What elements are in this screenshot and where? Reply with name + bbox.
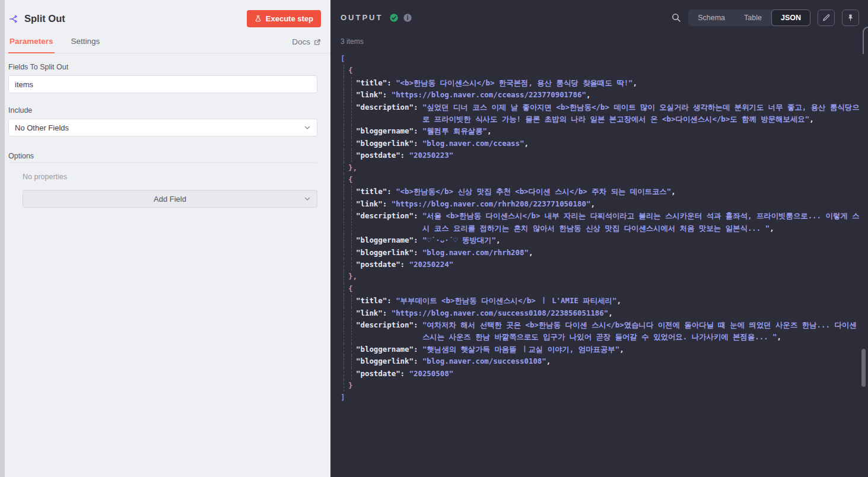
pencil-icon [822,14,831,22]
include-label: Include [8,106,317,115]
json-line: "description": "싶었던 디너 코스 이제 날 좋아지면 <b>한… [341,101,860,126]
success-check-icon [389,13,399,23]
json-line: { [341,65,860,77]
add-field-select[interactable]: Add Field [23,190,317,208]
json-line: "description": "서울 <b>한남동 다이센스시</b> 내부 자… [341,210,860,234]
pin-icon [847,14,854,22]
docs-label: Docs [292,37,310,46]
panel-edge-artifact [863,27,868,54]
json-line: "bloggername": "햇님샘의 햇살가득 마음뜰 ㅣ교실 이야기, 엄… [341,344,860,355]
node-settings-panel: Split Out Execute step Parameters Settin… [0,0,330,477]
tab-settings[interactable]: Settings [70,33,101,53]
include-select[interactable]: No Other Fields [8,119,317,136]
edit-output-button[interactable] [818,9,835,26]
tab-json[interactable]: JSON [771,9,810,26]
json-line: "title": "<b>한남동 다이센스시</b> 한국본점, 용산 룸식당 … [341,77,860,89]
json-line: "bloggername": "♡˙·ᴗ·˙♡ 똥방대기", [341,234,860,246]
output-scrollbar-thumb[interactable] [861,349,866,387]
json-tree[interactable]: [{"title": "<b>한남동 다이센스시</b> 한국본점, 용산 룸식… [330,53,868,416]
json-line: "title": "<b>한남동</b> 신상 맛집 추천 <b>다이센 스시<… [341,186,860,198]
json-line: }, [341,271,860,282]
json-line: "bloggername": "웰컴투 희유살롱", [341,125,860,137]
json-line: "link": "https://blog.naver.com/cceass/2… [341,89,860,101]
json-line: "link": "https://blog.naver.com/success0… [341,307,860,319]
json-line: "postdate": "20250508" [341,368,860,380]
json-line: { [341,174,860,186]
docs-link[interactable]: Docs [292,37,321,53]
info-icon[interactable] [403,13,412,23]
pin-data-button[interactable] [842,9,859,26]
node-tabs: Parameters Settings Docs [5,33,330,53]
json-line: "link": "https://blog.naver.com/rhrh208/… [341,198,860,210]
json-line: "bloggerlink": "blog.naver.com/success01… [341,355,860,367]
chevron-down-icon [304,124,311,131]
node-title: Split Out [24,13,65,24]
options-label: Options [8,152,317,160]
add-field-label: Add Field [154,195,186,203]
node-detail-view: Split Out Execute step Parameters Settin… [0,0,868,477]
output-title: OUTPUT [341,13,383,22]
options-divider [8,163,317,163]
fields-to-split-out-input[interactable] [8,75,317,93]
no-properties-text: No properties [23,173,317,181]
json-line: { [341,283,860,295]
json-line: "postdate": "20250223" [341,150,860,161]
fields-to-split-out-label: Fields To Split Out [8,63,317,71]
items-count: 3 items [341,37,858,46]
panel-scrollbar-track [0,0,5,477]
output-header: OUTPUT Schema Table JSON [341,9,859,26]
flask-icon [255,15,262,23]
include-selected-value: No Other Fields [15,123,69,132]
json-line: ] [341,392,860,403]
tab-table[interactable]: Table [735,9,771,26]
json-line: [ [341,53,860,65]
chevron-down-icon [304,195,311,204]
execute-step-button[interactable]: Execute step [247,10,321,27]
execute-step-label: Execute step [266,14,313,23]
search-icon[interactable] [671,12,681,23]
json-line: } [341,380,860,392]
json-line: "postdate": "20250224" [341,259,860,271]
tab-parameters[interactable]: Parameters [8,33,55,53]
json-line: "title": "부부데이트 <b>한남동 다이센스시</b> ㅣ L'AMI… [341,295,860,307]
json-line: "description": "여차저차 해서 선택한 곳은 <b>한남동 다이… [341,319,860,344]
json-line: "bloggerlink": "blog.naver.com/rhrh208", [341,247,860,259]
parameters-form: Fields To Split Out Include No Other Fie… [5,53,330,217]
output-panel: OUTPUT Schema Table JSON [330,0,868,477]
tab-schema[interactable]: Schema [688,9,735,26]
json-line: }, [341,162,860,174]
split-out-node-icon [8,14,19,24]
node-header: Split Out Execute step [5,0,330,33]
external-link-icon [314,39,321,46]
output-view-switcher: Schema Table JSON [688,9,810,26]
json-line: "bloggerlink": "blog.naver.com/cceass", [341,138,860,150]
